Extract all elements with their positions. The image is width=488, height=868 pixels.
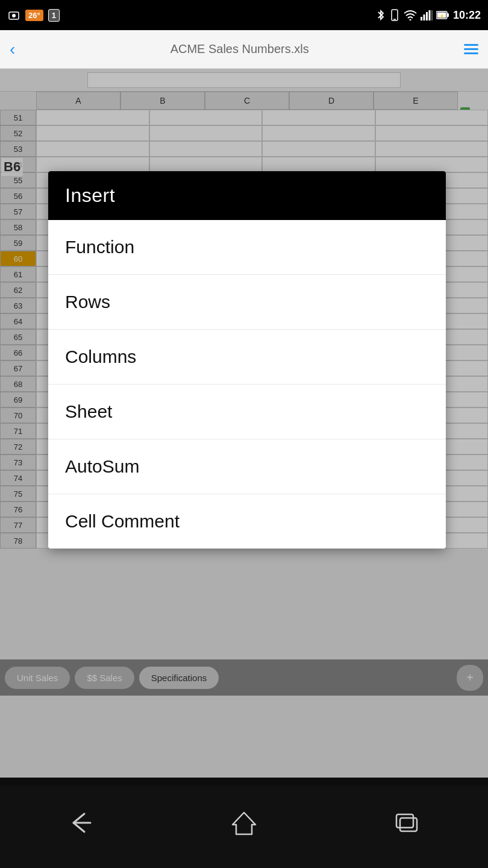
menu-item-autosum[interactable]: AutoSum: [48, 439, 446, 494]
recent-nav-button[interactable]: [383, 799, 431, 847]
status-bar-right: ⚡ 10:22: [376, 8, 481, 22]
bluetooth-icon: [376, 8, 386, 22]
menu-button[interactable]: [464, 44, 478, 54]
svg-point-1: [12, 14, 16, 17]
screenshot-icon: [7, 8, 20, 22]
signal-icon: [421, 10, 433, 20]
time-display: 10:22: [453, 9, 481, 22]
menu-item-cell-comment[interactable]: Cell Comment: [48, 494, 446, 549]
home-nav-button[interactable]: [220, 799, 268, 847]
svg-rect-8: [428, 10, 430, 20]
status-bar-left: 26° 1: [7, 8, 60, 22]
svg-marker-15: [233, 813, 255, 834]
back-button[interactable]: ‹: [10, 40, 15, 59]
status-bar: 26° 1 ⚡: [0, 0, 488, 30]
menu-line-2: [464, 48, 478, 50]
svg-rect-9: [431, 10, 433, 20]
menu-item-rows[interactable]: Rows: [48, 275, 446, 330]
weather-badge: 26°: [25, 10, 43, 21]
menu-item-function[interactable]: Function: [48, 220, 446, 275]
phone-icon: [389, 8, 400, 22]
menu-line-3: [464, 52, 478, 54]
menu-line-1: [464, 44, 478, 46]
svg-rect-6: [423, 14, 425, 20]
document-title: ACME Sales Numbers.xls: [15, 42, 464, 56]
back-nav-button[interactable]: [57, 799, 105, 847]
svg-rect-5: [421, 17, 422, 20]
svg-rect-16: [396, 814, 413, 828]
battery-icon: ⚡: [436, 11, 449, 19]
num-badge: 1: [48, 9, 60, 22]
menu-item-columns[interactable]: Columns: [48, 330, 446, 385]
svg-text:⚡: ⚡: [439, 13, 445, 19]
svg-rect-7: [426, 12, 428, 20]
insert-menu: Insert Function Rows Columns Sheet AutoS…: [48, 171, 446, 549]
insert-menu-header: Insert: [48, 171, 446, 220]
menu-item-sheet[interactable]: Sheet: [48, 385, 446, 439]
app-header: ‹ ACME Sales Numbers.xls: [0, 30, 488, 69]
spreadsheet-area: B6 A B C D E 51 52 53 54 55 56 57 58 59 …: [0, 69, 488, 786]
svg-point-4: [409, 19, 411, 21]
wifi-icon: [404, 10, 417, 20]
bottom-nav: [0, 778, 488, 868]
svg-rect-11: [447, 13, 449, 17]
svg-rect-17: [400, 818, 417, 831]
